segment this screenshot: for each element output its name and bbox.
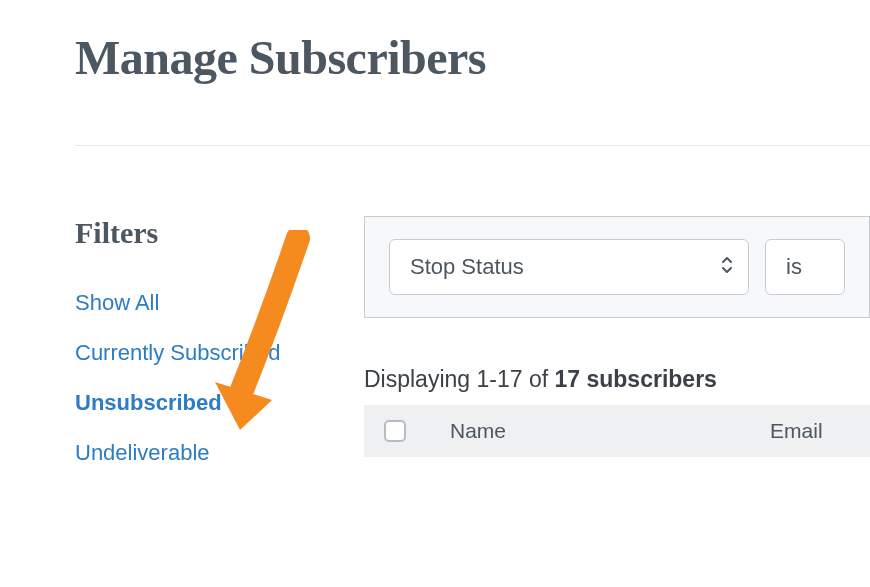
table-header: Name Email (364, 405, 870, 457)
results-count: Displaying 1-17 of 17 subscribers (364, 366, 870, 393)
filter-bar: Stop Status is (364, 216, 870, 318)
operator-select[interactable]: is (765, 239, 845, 295)
select-all-checkbox[interactable] (384, 420, 406, 442)
column-email[interactable]: Email (770, 419, 823, 443)
select-label: Stop Status (410, 254, 524, 279)
stop-status-select[interactable]: Stop Status (389, 239, 749, 295)
filter-show-all[interactable]: Show All (75, 278, 364, 328)
page-title: Manage Subscribers (75, 30, 870, 85)
main-content: Stop Status is Displaying 1-17 of 17 sub… (364, 216, 870, 478)
filters-sidebar: Filters Show All Currently Subscribed Un… (75, 216, 364, 478)
select-label: is (786, 254, 802, 279)
column-name[interactable]: Name (450, 419, 506, 443)
filters-heading: Filters (75, 216, 364, 250)
divider (75, 145, 870, 146)
filter-list: Show All Currently Subscribed Unsubscrib… (75, 278, 364, 478)
filter-unsubscribed[interactable]: Unsubscribed (75, 378, 364, 428)
filter-currently-subscribed[interactable]: Currently Subscribed (75, 328, 364, 378)
filter-undeliverable[interactable]: Undeliverable (75, 428, 364, 478)
